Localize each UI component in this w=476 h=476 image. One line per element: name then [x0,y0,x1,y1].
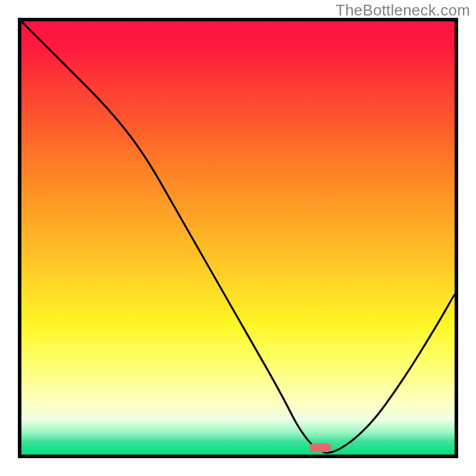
heat-gradient-background [21,21,455,455]
chart-canvas: TheBottleneck.com [0,0,476,476]
optimum-marker [309,443,331,452]
watermark-text: TheBottleneck.com [336,1,470,20]
chart-frame [18,18,458,458]
